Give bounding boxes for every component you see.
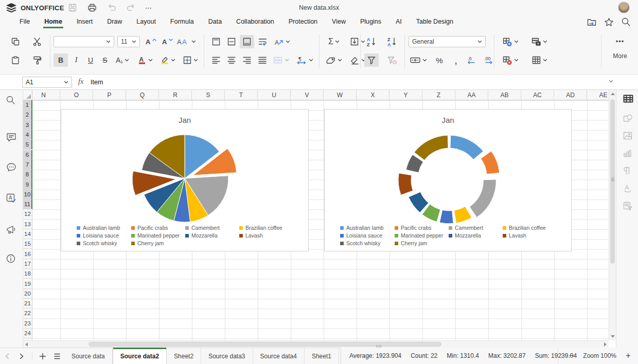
column-header-AA[interactable]: AA [455,90,488,100]
row-header-8[interactable]: 8 [23,170,32,179]
cut-button[interactable] [30,35,44,48]
table-settings-icon[interactable] [623,94,634,103]
zoom-out-button[interactable]: − [566,351,576,360]
increase-font-size-button[interactable]: A [143,35,158,48]
row-header-2[interactable]: 2 [23,110,32,120]
next-sheet-button[interactable] [14,348,29,364]
align-top-button[interactable] [209,35,223,48]
sort-ascending-button[interactable]: AZ [364,35,379,48]
format-as-table-button[interactable] [529,53,550,67]
align-justify-button[interactable] [255,53,270,67]
borders-button[interactable] [180,53,201,67]
menu-tab-table-design[interactable]: Table Design [409,16,460,28]
zoom-in-button[interactable]: + [624,351,633,360]
paragraph-settings-icon[interactable] [623,166,631,175]
prev-sheet-button[interactable] [0,348,14,364]
menu-tab-file[interactable]: File [12,16,37,28]
quick-access-more-button[interactable]: ⋯ [142,2,155,13]
shape-settings-icon[interactable] [623,114,633,123]
scroll-right-arrow[interactable] [604,342,607,347]
merge-cells-button[interactable] [271,53,291,67]
menu-tab-draw[interactable]: Draw [100,16,129,28]
row-header-17[interactable]: 17 [23,259,32,269]
insert-function-button[interactable]: fx [78,78,83,86]
scroll-down-arrow[interactable] [611,335,615,338]
menu-tab-data[interactable]: Data [201,16,229,28]
row-header-5[interactable]: 5 [23,140,32,150]
textart-settings-icon[interactable]: A [623,184,633,193]
font-size-select[interactable]: 11 [117,36,140,47]
print-button[interactable] [85,2,99,13]
align-right-button[interactable] [240,53,254,67]
row-header-11[interactable]: 11 [23,199,32,209]
about-icon[interactable] [6,253,16,264]
save-button[interactable] [66,2,79,13]
row-header-15[interactable]: 15 [23,239,32,249]
align-middle-button[interactable] [224,35,239,48]
font-name-select[interactable] [54,36,114,47]
column-header-AB[interactable]: AB [488,90,521,100]
menu-tab-home[interactable]: Home [37,16,69,28]
column-header-AC[interactable]: AC [521,90,554,100]
delete-cells-button[interactable] [500,53,521,67]
row-header-9[interactable]: 9 [23,179,32,189]
toolbar-more-button[interactable]: •••More [607,28,633,75]
align-bottom-button[interactable] [240,35,254,48]
column-header-R[interactable]: R [159,90,192,100]
menu-tab-ai[interactable]: AI [388,16,409,28]
italic-button[interactable]: I [69,53,83,67]
wrap-text-button[interactable] [255,35,270,48]
row-header-14[interactable]: 14 [23,229,32,239]
menu-tab-formula[interactable]: Formula [163,16,201,28]
menu-tab-collaboration[interactable]: Collaboration [229,16,281,28]
row-header-18[interactable]: 18 [23,269,32,279]
column-header-P[interactable]: P [93,90,126,100]
sheet-list-button[interactable] [50,348,64,364]
row-header-7[interactable]: 7 [23,160,32,170]
sort-descending-button[interactable]: ZA [385,35,399,48]
spellcheck-icon[interactable]: A [6,193,17,203]
menu-tab-plugins[interactable]: Plugins [353,16,388,28]
row-header-1[interactable]: 1 [23,100,32,110]
column-header-Z[interactable]: Z [422,90,455,100]
add-sheet-button[interactable] [36,348,50,364]
formula-input[interactable]: Item [91,79,103,86]
percent-style-button[interactable]: % [432,53,447,67]
image-settings-icon[interactable] [623,131,633,140]
column-headers[interactable]: NOPQRSTUVWXYZAAABACADAE [32,90,609,100]
row-header-24[interactable]: 24 [23,329,32,338]
row-header-23[interactable]: 23 [23,319,32,329]
horizontal-scroll-thumb[interactable] [88,342,441,347]
redo-button[interactable] [125,2,138,13]
highlight-color-button[interactable] [157,53,178,67]
paste-button[interactable] [8,53,23,67]
row-header-20[interactable]: 20 [23,289,32,299]
insert-cells-button[interactable] [500,35,521,48]
horizontal-scrollbar[interactable] [23,340,609,348]
column-header-Y[interactable]: Y [389,90,422,100]
row-header-3[interactable]: 3 [23,120,32,130]
sheet-tab-source-data3[interactable]: Source data3 [201,348,253,364]
copy-button[interactable] [8,35,23,48]
row-headers[interactable]: 1234567891011121314151617181920212223242… [23,100,32,340]
row-header-10[interactable]: 10 [23,190,32,199]
number-format-select[interactable]: General [409,36,486,47]
column-header-S[interactable]: S [192,90,225,100]
subscript-button[interactable]: A₁ [112,53,133,67]
scroll-up-arrow[interactable] [611,93,615,95]
format-painter-button[interactable] [30,53,44,67]
comments-icon[interactable] [6,132,17,142]
column-header-X[interactable]: X [357,90,389,100]
slicer-settings-icon[interactable] [623,201,633,210]
menu-tab-protection[interactable]: Protection [281,16,325,28]
align-center-button[interactable] [224,53,239,67]
sheet-tab-source-data[interactable]: Source data [64,348,113,364]
open-file-location-icon[interactable] [587,17,597,27]
row-header-21[interactable]: 21 [23,299,32,308]
font-color-button[interactable]: A [135,53,155,67]
column-header-T[interactable]: T [225,90,258,100]
vertical-scrollbar[interactable] [609,90,616,340]
menu-tab-insert[interactable]: Insert [69,16,100,28]
column-header-V[interactable]: V [291,90,324,100]
comma-style-button[interactable]: , [449,53,463,67]
